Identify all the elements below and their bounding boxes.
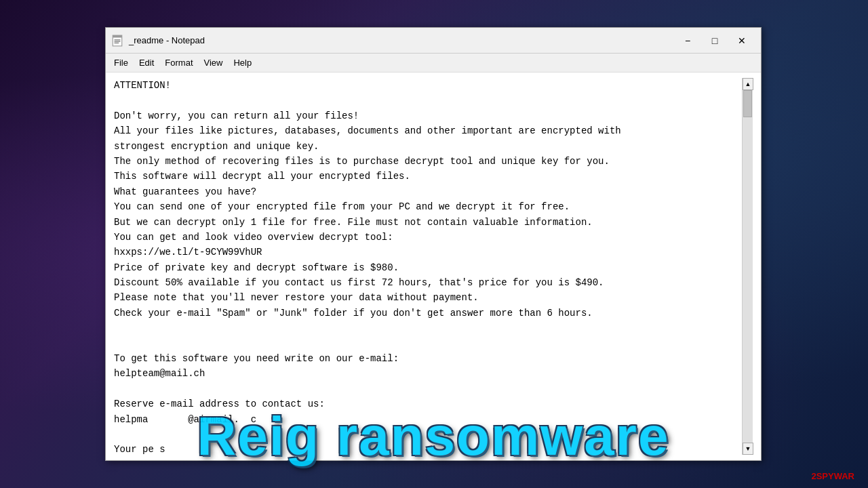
content-area: ATTENTION! Don't worry, you can return a… [106,73,761,460]
menu-view[interactable]: View [199,56,229,70]
menu-format[interactable]: Format [159,56,198,70]
spyware-branding: 2SPYWAR [811,471,854,481]
notepad-window: _readme - Notepad − □ ✕ File Edit Format… [105,27,762,461]
scroll-track[interactable] [743,90,753,443]
menu-bar: File Edit Format View Help [106,54,761,73]
menu-file[interactable]: File [108,56,134,70]
scroll-thumb[interactable] [743,90,752,117]
maximize-button[interactable]: □ [701,30,728,52]
menu-edit[interactable]: Edit [134,56,159,70]
svg-rect-1 [113,35,122,37]
minimize-button[interactable]: − [674,30,701,52]
window-title: _readme - Notepad [129,35,674,45]
notepad-icon [111,35,123,47]
title-bar: _readme - Notepad − □ ✕ [106,28,761,54]
notepad-text-content[interactable]: ATTENTION! Don't worry, you can return a… [114,78,742,455]
close-button[interactable]: ✕ [728,30,755,52]
spyware-logo-text: 2SPYWAR [811,471,854,481]
scrollbar[interactable]: ▲ ▼ [742,78,753,455]
scroll-up-button[interactable]: ▲ [743,78,753,90]
scroll-down-button[interactable]: ▼ [743,443,753,455]
title-bar-controls: − □ ✕ [674,30,755,52]
menu-help[interactable]: Help [228,56,257,70]
